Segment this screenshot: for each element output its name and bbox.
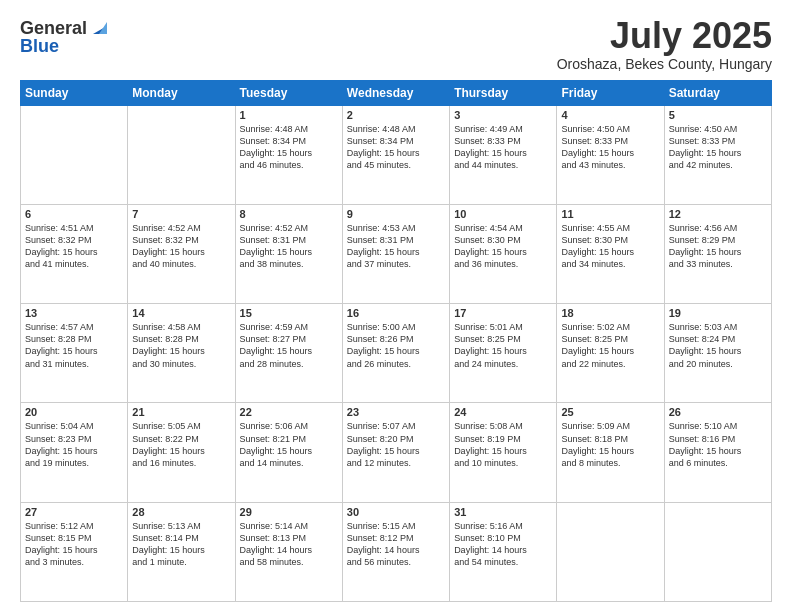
day-number: 28: [132, 506, 230, 518]
calendar-cell: 12Sunrise: 4:56 AM Sunset: 8:29 PM Dayli…: [664, 204, 771, 303]
day-info: Sunrise: 4:56 AM Sunset: 8:29 PM Dayligh…: [669, 222, 767, 271]
day-info: Sunrise: 5:16 AM Sunset: 8:10 PM Dayligh…: [454, 520, 552, 569]
day-number: 29: [240, 506, 338, 518]
calendar-cell: [557, 502, 664, 601]
calendar-cell: [128, 105, 235, 204]
calendar-cell: 15Sunrise: 4:59 AM Sunset: 8:27 PM Dayli…: [235, 304, 342, 403]
calendar-cell: 14Sunrise: 4:58 AM Sunset: 8:28 PM Dayli…: [128, 304, 235, 403]
calendar-cell: 7Sunrise: 4:52 AM Sunset: 8:32 PM Daylig…: [128, 204, 235, 303]
calendar-cell: 8Sunrise: 4:52 AM Sunset: 8:31 PM Daylig…: [235, 204, 342, 303]
day-info: Sunrise: 5:05 AM Sunset: 8:22 PM Dayligh…: [132, 420, 230, 469]
day-number: 8: [240, 208, 338, 220]
month-title: July 2025: [557, 16, 772, 56]
calendar-cell: 11Sunrise: 4:55 AM Sunset: 8:30 PM Dayli…: [557, 204, 664, 303]
calendar-cell: 3Sunrise: 4:49 AM Sunset: 8:33 PM Daylig…: [450, 105, 557, 204]
day-number: 1: [240, 109, 338, 121]
day-number: 21: [132, 406, 230, 418]
calendar-cell: 2Sunrise: 4:48 AM Sunset: 8:34 PM Daylig…: [342, 105, 449, 204]
day-info: Sunrise: 5:00 AM Sunset: 8:26 PM Dayligh…: [347, 321, 445, 370]
weekday-header-row: SundayMondayTuesdayWednesdayThursdayFrid…: [21, 80, 772, 105]
day-number: 15: [240, 307, 338, 319]
day-info: Sunrise: 4:54 AM Sunset: 8:30 PM Dayligh…: [454, 222, 552, 271]
calendar-cell: 28Sunrise: 5:13 AM Sunset: 8:14 PM Dayli…: [128, 502, 235, 601]
day-number: 26: [669, 406, 767, 418]
day-number: 17: [454, 307, 552, 319]
day-info: Sunrise: 4:50 AM Sunset: 8:33 PM Dayligh…: [561, 123, 659, 172]
location-subtitle: Oroshaza, Bekes County, Hungary: [557, 56, 772, 72]
day-info: Sunrise: 5:15 AM Sunset: 8:12 PM Dayligh…: [347, 520, 445, 569]
day-number: 4: [561, 109, 659, 121]
calendar-cell: 29Sunrise: 5:14 AM Sunset: 8:13 PM Dayli…: [235, 502, 342, 601]
day-number: 11: [561, 208, 659, 220]
day-info: Sunrise: 5:09 AM Sunset: 8:18 PM Dayligh…: [561, 420, 659, 469]
weekday-header-saturday: Saturday: [664, 80, 771, 105]
day-info: Sunrise: 4:52 AM Sunset: 8:31 PM Dayligh…: [240, 222, 338, 271]
day-info: Sunrise: 4:58 AM Sunset: 8:28 PM Dayligh…: [132, 321, 230, 370]
calendar-week-3: 13Sunrise: 4:57 AM Sunset: 8:28 PM Dayli…: [21, 304, 772, 403]
day-info: Sunrise: 4:49 AM Sunset: 8:33 PM Dayligh…: [454, 123, 552, 172]
calendar-cell: 21Sunrise: 5:05 AM Sunset: 8:22 PM Dayli…: [128, 403, 235, 502]
calendar-cell: 16Sunrise: 5:00 AM Sunset: 8:26 PM Dayli…: [342, 304, 449, 403]
day-number: 7: [132, 208, 230, 220]
calendar-week-5: 27Sunrise: 5:12 AM Sunset: 8:15 PM Dayli…: [21, 502, 772, 601]
calendar-cell: 4Sunrise: 4:50 AM Sunset: 8:33 PM Daylig…: [557, 105, 664, 204]
day-info: Sunrise: 4:55 AM Sunset: 8:30 PM Dayligh…: [561, 222, 659, 271]
day-number: 14: [132, 307, 230, 319]
calendar-week-4: 20Sunrise: 5:04 AM Sunset: 8:23 PM Dayli…: [21, 403, 772, 502]
calendar-table: SundayMondayTuesdayWednesdayThursdayFrid…: [20, 80, 772, 602]
calendar-cell: 1Sunrise: 4:48 AM Sunset: 8:34 PM Daylig…: [235, 105, 342, 204]
calendar-cell: 27Sunrise: 5:12 AM Sunset: 8:15 PM Dayli…: [21, 502, 128, 601]
day-number: 27: [25, 506, 123, 518]
day-number: 30: [347, 506, 445, 518]
day-number: 18: [561, 307, 659, 319]
calendar-cell: 10Sunrise: 4:54 AM Sunset: 8:30 PM Dayli…: [450, 204, 557, 303]
day-info: Sunrise: 5:02 AM Sunset: 8:25 PM Dayligh…: [561, 321, 659, 370]
day-number: 19: [669, 307, 767, 319]
page: General Blue July 2025 Oroshaza, Bekes C…: [0, 0, 792, 612]
calendar-cell: 25Sunrise: 5:09 AM Sunset: 8:18 PM Dayli…: [557, 403, 664, 502]
calendar-cell: 18Sunrise: 5:02 AM Sunset: 8:25 PM Dayli…: [557, 304, 664, 403]
logo: General Blue: [20, 16, 111, 57]
day-info: Sunrise: 4:53 AM Sunset: 8:31 PM Dayligh…: [347, 222, 445, 271]
day-info: Sunrise: 5:01 AM Sunset: 8:25 PM Dayligh…: [454, 321, 552, 370]
calendar-cell: 17Sunrise: 5:01 AM Sunset: 8:25 PM Dayli…: [450, 304, 557, 403]
day-info: Sunrise: 5:08 AM Sunset: 8:19 PM Dayligh…: [454, 420, 552, 469]
calendar-week-2: 6Sunrise: 4:51 AM Sunset: 8:32 PM Daylig…: [21, 204, 772, 303]
calendar-week-1: 1Sunrise: 4:48 AM Sunset: 8:34 PM Daylig…: [21, 105, 772, 204]
calendar-cell: 13Sunrise: 4:57 AM Sunset: 8:28 PM Dayli…: [21, 304, 128, 403]
calendar-cell: 22Sunrise: 5:06 AM Sunset: 8:21 PM Dayli…: [235, 403, 342, 502]
day-info: Sunrise: 4:50 AM Sunset: 8:33 PM Dayligh…: [669, 123, 767, 172]
day-number: 6: [25, 208, 123, 220]
day-info: Sunrise: 4:57 AM Sunset: 8:28 PM Dayligh…: [25, 321, 123, 370]
day-number: 23: [347, 406, 445, 418]
calendar-cell: [664, 502, 771, 601]
day-info: Sunrise: 5:14 AM Sunset: 8:13 PM Dayligh…: [240, 520, 338, 569]
day-info: Sunrise: 5:13 AM Sunset: 8:14 PM Dayligh…: [132, 520, 230, 569]
day-number: 10: [454, 208, 552, 220]
weekday-header-monday: Monday: [128, 80, 235, 105]
day-number: 2: [347, 109, 445, 121]
calendar-cell: 26Sunrise: 5:10 AM Sunset: 8:16 PM Dayli…: [664, 403, 771, 502]
weekday-header-wednesday: Wednesday: [342, 80, 449, 105]
day-info: Sunrise: 5:07 AM Sunset: 8:20 PM Dayligh…: [347, 420, 445, 469]
calendar-cell: [21, 105, 128, 204]
title-block: July 2025 Oroshaza, Bekes County, Hungar…: [557, 16, 772, 72]
calendar-cell: 30Sunrise: 5:15 AM Sunset: 8:12 PM Dayli…: [342, 502, 449, 601]
logo-icon: [89, 16, 111, 38]
weekday-header-sunday: Sunday: [21, 80, 128, 105]
calendar-cell: 9Sunrise: 4:53 AM Sunset: 8:31 PM Daylig…: [342, 204, 449, 303]
day-info: Sunrise: 5:03 AM Sunset: 8:24 PM Dayligh…: [669, 321, 767, 370]
day-number: 13: [25, 307, 123, 319]
day-number: 24: [454, 406, 552, 418]
weekday-header-friday: Friday: [557, 80, 664, 105]
day-number: 25: [561, 406, 659, 418]
weekday-header-thursday: Thursday: [450, 80, 557, 105]
day-info: Sunrise: 4:48 AM Sunset: 8:34 PM Dayligh…: [240, 123, 338, 172]
day-info: Sunrise: 4:52 AM Sunset: 8:32 PM Dayligh…: [132, 222, 230, 271]
day-number: 16: [347, 307, 445, 319]
day-info: Sunrise: 4:48 AM Sunset: 8:34 PM Dayligh…: [347, 123, 445, 172]
calendar-cell: 5Sunrise: 4:50 AM Sunset: 8:33 PM Daylig…: [664, 105, 771, 204]
day-number: 20: [25, 406, 123, 418]
day-info: Sunrise: 5:10 AM Sunset: 8:16 PM Dayligh…: [669, 420, 767, 469]
header: General Blue July 2025 Oroshaza, Bekes C…: [20, 16, 772, 72]
